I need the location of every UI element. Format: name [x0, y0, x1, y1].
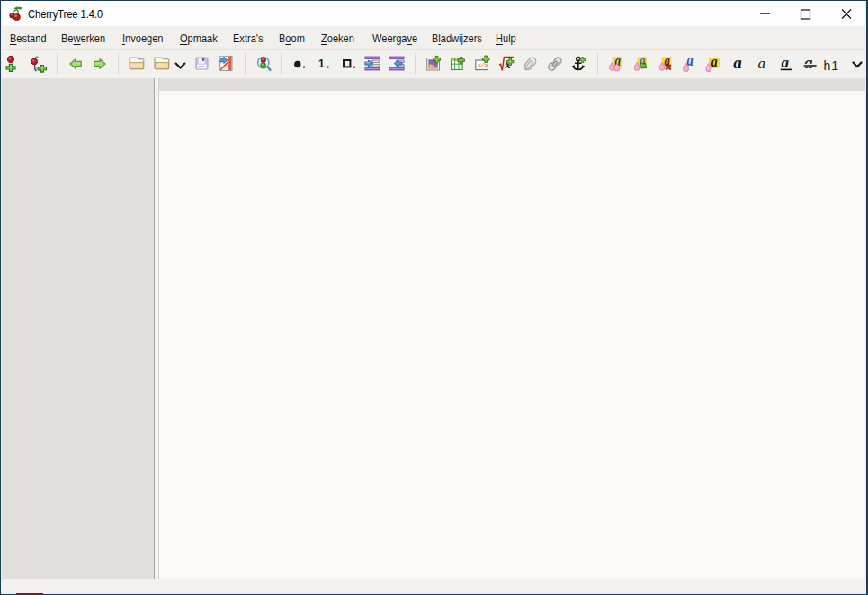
svg-text:a: a [804, 55, 813, 72]
svg-text:1: 1 [318, 58, 325, 70]
svg-text:a: a [711, 54, 718, 69]
svg-text:a: a [758, 55, 766, 72]
svg-text:</>: </> [477, 62, 487, 69]
svg-text:a: a [733, 55, 742, 72]
